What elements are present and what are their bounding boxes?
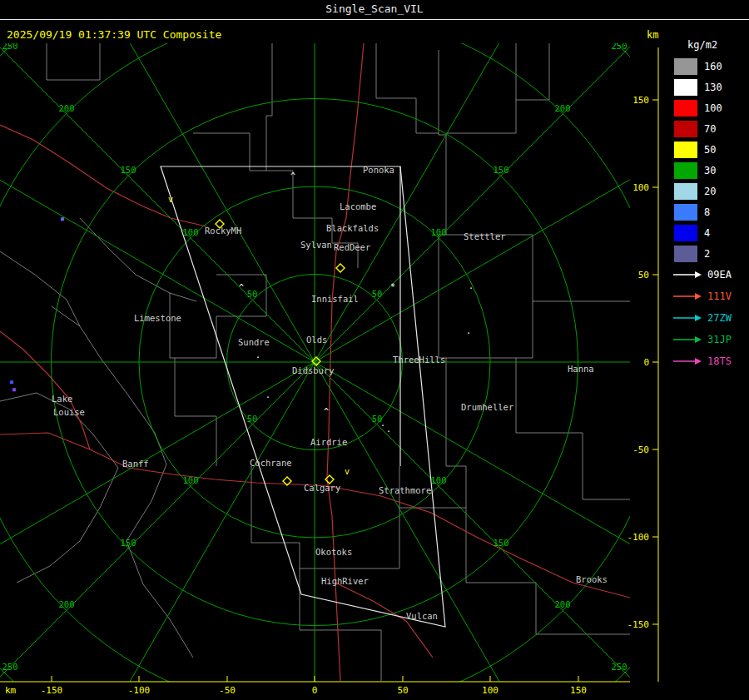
bottom-axis-tick-label: -50 xyxy=(219,685,236,696)
ring-range-label: 100 xyxy=(431,475,447,485)
bottom-axis-tick-label: -100 xyxy=(128,685,151,696)
point-marker: ▪ xyxy=(60,214,65,223)
legend-color-scale: 16013010070503020842 xyxy=(671,56,749,264)
ring-range-label: 200 xyxy=(59,599,75,609)
point-marker: ^ xyxy=(239,283,244,292)
county-boundary xyxy=(516,301,533,358)
right-axis-tick-label: 100 xyxy=(632,182,649,193)
radar-site-legend: 09EA111V27ZW31JP18TS xyxy=(671,264,749,372)
legend-scale-value: 30 xyxy=(704,165,716,176)
legend-color-swatch xyxy=(674,204,697,221)
azimuth-line xyxy=(315,362,575,700)
city-label: Innisfail xyxy=(311,294,359,304)
radar-site-id: 18TS xyxy=(707,355,732,367)
radar-site-id: 09EA xyxy=(707,269,732,280)
radar-map: 5010015020025050100150200250501001502002… xyxy=(0,0,749,700)
legend-scale-value: 8 xyxy=(704,206,710,218)
county-boundary xyxy=(170,293,175,358)
city-label: Strathmore xyxy=(379,485,431,495)
bottom-axis-tick-label: 100 xyxy=(482,685,499,696)
legend-scale-value: 70 xyxy=(704,123,716,135)
right-axis-tick-label: 150 xyxy=(632,95,649,106)
bottom-axis-tick-label: 0 xyxy=(312,685,318,696)
site-arrow-icon xyxy=(672,270,702,280)
city-label: Banff xyxy=(122,459,149,469)
radar-site-legend-row: 09EA xyxy=(671,264,749,285)
range-ring xyxy=(0,11,666,700)
radar-site-id: 111V xyxy=(707,290,732,302)
county-boundary xyxy=(446,43,516,133)
point-marker: * xyxy=(390,282,395,291)
bottom-axis-tick-label: 50 xyxy=(397,685,408,696)
county-boundary xyxy=(446,466,466,508)
city-label: Sylvan xyxy=(300,240,332,250)
legend-scale-value: 50 xyxy=(704,144,716,156)
city-label: Lake xyxy=(52,394,72,404)
radar-site-legend-row: 31JP xyxy=(671,329,749,350)
legend-scale-row: 20 xyxy=(671,181,749,201)
city-label: Lacombe xyxy=(340,201,376,211)
color-legend: kg/m2 16013010070503020842 09EA111V27ZW3… xyxy=(671,39,749,372)
legend-scale-row: 160 xyxy=(671,56,749,77)
azimuth-line xyxy=(54,0,315,362)
county-boundary xyxy=(0,393,118,468)
bottom-axis-tick-label: 150 xyxy=(570,685,587,696)
ring-range-label: 250 xyxy=(2,662,18,672)
ring-range-label: 100 xyxy=(183,475,199,485)
legend-color-swatch xyxy=(674,79,697,96)
county-boundary xyxy=(446,235,630,301)
point-marker: · xyxy=(380,421,385,430)
point-marker: · xyxy=(469,284,474,293)
legend-color-swatch xyxy=(674,141,697,158)
city-label: Ponoka xyxy=(363,165,394,175)
right-axis-tick-label: -50 xyxy=(632,444,649,455)
legend-scale-value: 2 xyxy=(704,248,710,260)
legend-color-swatch xyxy=(674,58,697,75)
legend-scale-value: 160 xyxy=(704,61,722,72)
county-boundary xyxy=(193,133,266,171)
point-marker: · xyxy=(386,427,391,436)
legend-color-swatch xyxy=(674,121,697,137)
legend-scale-value: 100 xyxy=(704,102,722,114)
site-arrow-icon xyxy=(672,356,702,366)
legend-color-swatch xyxy=(674,100,697,117)
ring-range-label: 150 xyxy=(494,538,509,548)
site-arrow-icon xyxy=(672,313,702,323)
city-label: Cochrane xyxy=(250,458,292,468)
point-marker: v xyxy=(345,467,350,476)
ring-range-label: 150 xyxy=(121,538,136,548)
city-label: Olds xyxy=(306,335,327,345)
city-label: Airdrie xyxy=(310,437,347,447)
legend-scale-value: 130 xyxy=(704,82,722,93)
city-label: Stettler xyxy=(464,231,506,241)
city-label: Didsbury xyxy=(292,365,335,375)
county-boundary xyxy=(446,358,630,499)
city-label: Louise xyxy=(53,407,85,417)
city-label: Hanna xyxy=(568,364,594,374)
point-marker: ^ xyxy=(290,171,295,181)
city-label: Vulcan xyxy=(406,611,438,621)
city-label: Calgary xyxy=(304,483,340,493)
legend-scale-value: 4 xyxy=(704,227,710,239)
radar-site-id: 31JP xyxy=(707,334,732,345)
city-label: Drumheller xyxy=(461,402,513,412)
legend-color-swatch xyxy=(674,246,697,262)
ring-range-label: 250 xyxy=(612,662,627,672)
ring-range-label: 50 xyxy=(372,289,383,299)
legend-unit-label: kg/m2 xyxy=(687,39,749,51)
city-label: Okotoks xyxy=(315,547,352,557)
ring-range-label: 150 xyxy=(494,165,509,175)
scan-boundary-polygon xyxy=(161,166,445,627)
point-marker: ▪ xyxy=(12,385,17,394)
city-label: HighRiver xyxy=(321,576,369,586)
scan-area-outline xyxy=(161,166,445,627)
legend-color-swatch xyxy=(674,183,697,200)
city-label: Limestone xyxy=(134,313,181,323)
legend-color-swatch xyxy=(674,162,697,179)
ring-range-label: 100 xyxy=(431,227,447,237)
ring-range-label: 200 xyxy=(59,103,75,113)
city-label: Blackfalds xyxy=(326,223,379,233)
legend-scale-row: 50 xyxy=(671,139,749,160)
county-boundary xyxy=(376,43,439,133)
legend-scale-row: 2 xyxy=(671,243,749,264)
